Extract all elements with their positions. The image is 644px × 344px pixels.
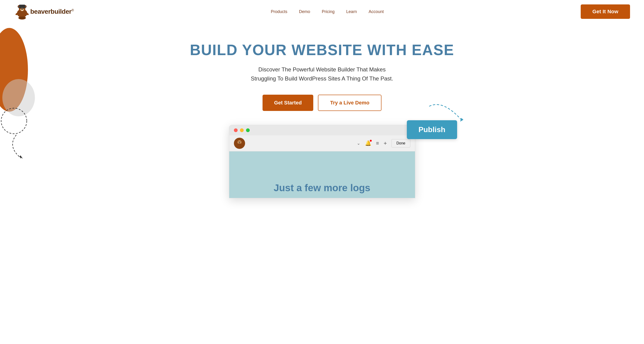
browser-content-text: Just a few more logs	[274, 183, 370, 198]
get-it-now-button[interactable]: Get It Now	[581, 4, 630, 19]
hero-buttons: Get Started Try a Live Demo	[5, 95, 639, 111]
browser-titlebar	[229, 125, 415, 135]
try-live-demo-button[interactable]: Try a Live Demo	[318, 95, 382, 111]
browser-window: ⌄ 🔔 ≡ + Done Just a few more logs	[229, 125, 415, 198]
nav-item-account[interactable]: Account	[369, 9, 384, 14]
hero-section: BUILD YOUR WEBSITE WITH EASE Discover Th…	[0, 23, 644, 207]
logo[interactable]: beaverbuilder®	[14, 3, 74, 20]
nav-item-learn[interactable]: Learn	[346, 9, 357, 14]
hero-title: BUILD YOUR WEBSITE WITH EASE	[5, 42, 639, 58]
svg-point-16	[18, 16, 26, 19]
get-started-button[interactable]: Get Started	[262, 95, 314, 111]
bb-logo-small	[234, 138, 245, 149]
hero-subtitle: Discover The Powerful Website Builder Th…	[250, 65, 394, 83]
browser-content-preview: Just a few more logs	[229, 151, 415, 198]
window-close-dot	[234, 128, 238, 132]
nav-links: Products Demo Pricing Learn Account	[271, 9, 384, 14]
logo-icon	[14, 3, 30, 20]
logo-text: beaverbuilder®	[30, 8, 74, 15]
done-button[interactable]: Done	[392, 139, 410, 147]
svg-point-29	[239, 142, 240, 143]
svg-point-28	[240, 142, 240, 142]
svg-rect-15	[18, 7, 26, 8]
bb-toolbar: ⌄ 🔔 ≡ + Done	[229, 135, 415, 151]
notification-dot	[370, 140, 372, 142]
svg-rect-8	[22, 10, 22, 11]
chevron-down-icon[interactable]: ⌄	[357, 141, 360, 146]
window-maximize-dot	[246, 128, 250, 132]
nav-item-products[interactable]: Products	[271, 9, 288, 14]
window-minimize-dot	[240, 128, 244, 132]
svg-point-27	[238, 142, 239, 142]
svg-rect-9	[22, 10, 23, 11]
navbar: beaverbuilder® Products Demo Pricing Lea…	[0, 0, 644, 23]
hamburger-menu-icon[interactable]: ≡	[376, 140, 379, 146]
mockup-area: Publish	[5, 125, 639, 198]
nav-item-pricing[interactable]: Pricing	[322, 9, 335, 14]
svg-point-32	[237, 143, 242, 147]
svg-point-7	[22, 8, 23, 9]
bb-toolbar-right: ⌄ 🔔 ≡ + Done	[357, 139, 410, 147]
add-icon[interactable]: +	[384, 140, 387, 147]
notification-icon[interactable]: 🔔	[365, 140, 371, 146]
nav-item-demo[interactable]: Demo	[299, 9, 310, 14]
publish-button-floating[interactable]: Publish	[407, 120, 457, 139]
